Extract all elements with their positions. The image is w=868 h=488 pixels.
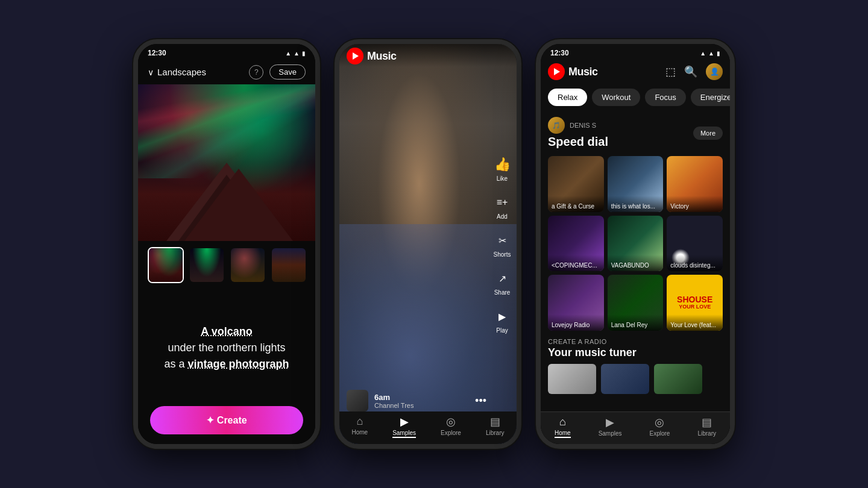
thumb-image-4 [272, 248, 306, 282]
album-card-6[interactable]: clouds disinteg... [667, 216, 723, 272]
nav-samples-3[interactable]: ▶ Samples [599, 416, 622, 438]
radio-card-1[interactable] [548, 364, 596, 394]
thumb-image-2 [190, 248, 224, 282]
section-header: 🎵 DENIS S Speed dial More [548, 117, 723, 149]
samples-icon-3: ▶ [606, 416, 614, 429]
radio-cards [548, 364, 723, 394]
album-label-3: Victory [667, 196, 723, 212]
status-time-1: 12:30 [148, 49, 166, 57]
share-label: Share [494, 289, 511, 296]
action-buttons: 👍 Like ≡+ Add ✂ Shorts ↗ Share ▶ Play [492, 155, 512, 334]
album-label-8: Lana Del Rey [608, 314, 664, 331]
thumbnail-3[interactable] [230, 247, 266, 283]
album-grid: a Gift & a Curse this is what los... Vic… [541, 156, 730, 331]
header-actions: ? Save [249, 64, 306, 80]
p3-header: Music ⬚ 🔍 👤 [541, 60, 730, 84]
section-user-avatar: 🎵 [548, 117, 565, 134]
status-bar-3: 12:30 ▲ ▲ ▮ [541, 44, 730, 60]
song-thumbnail [347, 390, 368, 411]
tab-focus[interactable]: Focus [645, 89, 685, 106]
album-card-3[interactable]: Victory [667, 156, 723, 212]
status-icons-3: ▲ ▲ ▮ [700, 50, 720, 57]
radio-section-label: CREATE A RADIO [548, 338, 723, 345]
play-triangle-3 [554, 68, 560, 75]
help-button[interactable]: ? [249, 65, 263, 80]
thumbnail-1[interactable] [148, 247, 184, 283]
cast-button[interactable]: ⬚ [665, 65, 676, 78]
song-details: 6am Channel Tres [374, 393, 469, 409]
thumb-image-1 [149, 248, 183, 282]
thumbnail-4[interactable] [271, 247, 307, 283]
category-label: Landscapes [157, 67, 206, 77]
explore-icon-2: ◎ [446, 415, 456, 428]
aurora-background [138, 84, 315, 241]
search-button[interactable]: 🔍 [684, 65, 697, 78]
album-card-7[interactable]: Lovejoy Radio [548, 275, 604, 331]
nav-library-2[interactable]: ▤ Library [486, 415, 505, 438]
save-button[interactable]: Save [269, 64, 306, 80]
play-button[interactable]: ▶ Play [492, 307, 512, 334]
bottom-song-info: 6am Channel Tres ••• [347, 390, 486, 411]
youtube-icon-3 [548, 63, 565, 80]
samples-icon-2: ▶ [400, 415, 409, 428]
album-card-5[interactable]: VAGABUNDO [608, 216, 664, 272]
thumb-image-3 [231, 248, 265, 282]
phone-2-screen: Music 12:30 👍 Like ≡+ Add ✂ [339, 44, 517, 444]
nav-home-3[interactable]: ⌂ Home [555, 416, 571, 438]
status-time-3: 12:30 [550, 49, 569, 57]
tab-energize[interactable]: Energize [691, 89, 730, 106]
radio-card-2[interactable] [601, 364, 649, 394]
nav-samples-2[interactable]: ▶ Samples [392, 415, 416, 438]
bottom-nav-2: ⌂ Home ▶ Samples ◎ Explore ▤ Library [339, 411, 517, 444]
explore-icon-3: ◎ [655, 416, 664, 429]
nav-home-2[interactable]: ⌂ Home [351, 415, 368, 438]
tab-workout[interactable]: Workout [592, 89, 640, 106]
song-artist: Channel Tres [374, 402, 469, 409]
more-button-3[interactable]: More [693, 127, 723, 140]
help-icon: ? [254, 68, 259, 77]
nav-library-3[interactable]: ▤ Library [697, 416, 716, 438]
radio-card-3[interactable] [654, 364, 702, 394]
battery-icon: ▮ [302, 50, 306, 57]
phone-3-screen: 12:30 ▲ ▲ ▮ Music ⬚ 🔍 👤 [541, 44, 730, 444]
nav-explore-3[interactable]: ◎ Explore [650, 416, 670, 438]
share-icon: ↗ [492, 269, 512, 288]
signal-icon: ▲ [294, 50, 300, 57]
add-button[interactable]: ≡+ Add [492, 193, 512, 220]
like-button[interactable]: 👍 Like [492, 155, 512, 182]
nav-explore-2[interactable]: ◎ Explore [441, 415, 461, 438]
tab-relax[interactable]: Relax [548, 89, 587, 106]
play-icon: ▶ [492, 307, 512, 326]
share-button[interactable]: ↗ Share [492, 269, 512, 296]
add-label: Add [497, 213, 508, 220]
section-user-area: 🎵 DENIS S Speed dial [548, 117, 608, 149]
status-bar-1: 12:30 ▲ ▲ ▮ [138, 44, 315, 60]
user-icon: 🎵 [552, 122, 561, 130]
album-card-8[interactable]: Lana Del Rey [608, 275, 664, 331]
thumbnail-2[interactable] [189, 247, 225, 283]
create-button[interactable]: ✦ Create [150, 406, 303, 434]
shorts-button[interactable]: ✂ Shorts [492, 231, 512, 258]
play-label: Play [496, 327, 508, 334]
album-card-2[interactable]: this is what los... [608, 156, 664, 212]
album-card-9[interactable]: SHOUSE YOUR LOVE Your Love (feat... [667, 275, 723, 331]
mountain [166, 163, 287, 241]
username: DENIS S [570, 122, 596, 129]
prompt-area: A volcano under the northern lights as a… [138, 289, 315, 406]
album-card-1[interactable]: a Gift & a Curse [548, 156, 604, 212]
radio-section: CREATE A RADIO Your music tuner [541, 331, 730, 396]
album-label-2: this is what los... [608, 196, 664, 212]
library-icon-3: ▤ [702, 416, 712, 429]
radio-title: Your music tuner [548, 346, 723, 359]
album-label-4: <COPINGMEC... [548, 255, 604, 271]
album-label-6: clouds disinteg... [667, 255, 723, 271]
more-button[interactable]: ••• [475, 395, 486, 407]
status-bar-2: 12:30 [339, 44, 517, 60]
album-card-4[interactable]: <COPINGMEC... [548, 216, 604, 272]
home-icon-3: ⌂ [559, 416, 566, 428]
header-right: ⬚ 🔍 👤 [665, 63, 723, 80]
wifi-icon: ▲ [285, 50, 291, 57]
prompt-text: A volcano under the northern lights as a… [164, 324, 289, 372]
user-avatar[interactable]: 👤 [706, 63, 723, 80]
prompt-line2: under the northern lights [168, 342, 285, 354]
